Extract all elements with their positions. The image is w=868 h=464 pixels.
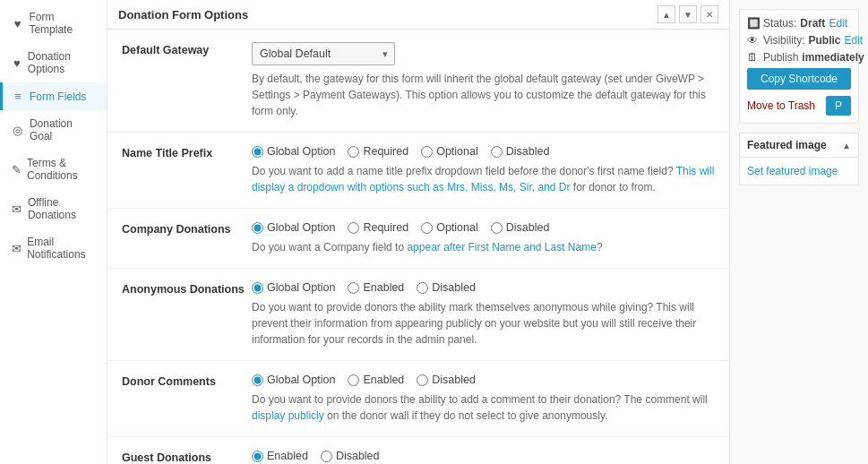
- radio-enabled-anon[interactable]: Enabled: [348, 281, 404, 294]
- right-sidebar: 🔲 Status: Draft Edit 👁 Visibility: Publi…: [729, 0, 868, 464]
- status-icon: 🔲: [747, 17, 760, 30]
- radio-enabled-guest[interactable]: Enabled: [252, 450, 308, 462]
- radio-input-global-name[interactable]: [252, 146, 263, 158]
- radio-input-disabled-comments[interactable]: [417, 374, 428, 386]
- radio-input-enabled-guest[interactable]: [252, 451, 263, 462]
- trash-row: Move to Trash P: [747, 90, 851, 116]
- field-row-anonymous-donations: Anonymous Donations Global Option Enable…: [107, 269, 729, 361]
- email-icon: ✉: [12, 242, 21, 255]
- main-content: Donation Form Options ▲ ▼ ✕ Default Gate…: [107, 0, 729, 464]
- form-area: Default Gateway Global Default By defaul…: [107, 30, 729, 464]
- terms-icon: ✎: [12, 163, 21, 176]
- status-row: 🔲 Status: Draft Edit: [747, 17, 851, 30]
- status-label: Status:: [763, 17, 796, 30]
- radio-group-name-title-prefix: Global Option Required Optional Disabled: [252, 145, 715, 158]
- publish-meta-box: 🔲 Status: Draft Edit 👁 Visibility: Publi…: [739, 9, 859, 124]
- visibility-label: Visibility:: [763, 34, 804, 47]
- gateway-select[interactable]: Global Default: [252, 42, 395, 65]
- radio-disabled-comments[interactable]: Disabled: [417, 374, 476, 386]
- radio-input-optional-company[interactable]: [421, 222, 433, 234]
- field-label-guest-donations: Guest Donations: [122, 450, 252, 464]
- radio-input-required-company[interactable]: [348, 222, 359, 234]
- sidebar-item-label: Form Fields: [30, 90, 86, 103]
- visibility-row: 👁 Visibility: Public Edit: [747, 34, 851, 47]
- panel-close-button[interactable]: ✕: [700, 5, 718, 23]
- radio-disabled-name[interactable]: Disabled: [491, 145, 550, 158]
- app-layout: ♥ Form Template ♥ Donation Options ≡ For…: [0, 0, 868, 464]
- radio-disabled-company[interactable]: Disabled: [491, 221, 550, 234]
- featured-collapse-icon[interactable]: ▲: [842, 141, 851, 150]
- radio-global-option-name[interactable]: Global Option: [252, 145, 335, 158]
- sidebar-item-donation-goal[interactable]: ◎ Donation Goal: [0, 110, 107, 150]
- sidebar-item-label: Terms & Conditions: [27, 157, 98, 182]
- field-content-donor-comments: Global Option Enabled Disabled Do you wa…: [252, 374, 715, 424]
- publish-icon: 🗓: [747, 51, 760, 64]
- radio-required-name[interactable]: Required: [348, 145, 408, 158]
- field-desc-anonymous-donations: Do you want to provide donors the abilit…: [252, 299, 715, 348]
- radio-input-optional-name[interactable]: [421, 146, 433, 158]
- radio-input-global-anon[interactable]: [252, 282, 263, 294]
- panel-collapse-down-button[interactable]: ▼: [679, 5, 697, 23]
- field-row-name-title-prefix: Name Title Prefix Global Option Required…: [107, 133, 729, 209]
- sidebar-item-label: Donation Options: [28, 50, 98, 75]
- radio-input-global-company[interactable]: [252, 222, 263, 234]
- field-label-name-title-prefix: Name Title Prefix: [122, 145, 252, 159]
- radio-group-anonymous-donations: Global Option Enabled Disabled: [252, 281, 715, 294]
- status-edit-link[interactable]: Edit: [829, 17, 847, 30]
- radio-disabled-anon[interactable]: Disabled: [417, 281, 476, 294]
- sidebar-item-label: Form Template: [29, 11, 98, 36]
- radio-input-global-comments[interactable]: [252, 374, 263, 386]
- move-to-trash-link[interactable]: Move to Trash: [747, 99, 815, 112]
- publish-button[interactable]: P: [826, 96, 851, 116]
- visibility-value: Public: [808, 34, 840, 47]
- radio-optional-company[interactable]: Optional: [421, 221, 478, 234]
- sidebar-item-offline-donations[interactable]: ✉ Offline Donations: [0, 189, 107, 228]
- radio-enabled-comments[interactable]: Enabled: [348, 374, 404, 386]
- field-row-company-donations: Company Donations Global Option Required…: [107, 209, 729, 269]
- field-label-anonymous-donations: Anonymous Donations: [122, 281, 252, 296]
- radio-input-disabled-guest[interactable]: [321, 451, 332, 462]
- radio-optional-name[interactable]: Optional: [421, 145, 478, 158]
- field-desc-default-gateway: By default, the gateway for this form wi…: [252, 71, 715, 119]
- radio-input-disabled-company[interactable]: [491, 222, 503, 234]
- field-desc-name-title-prefix: Do you want to add a name title prefix d…: [252, 163, 715, 195]
- field-content-anonymous-donations: Global Option Enabled Disabled Do you wa…: [252, 281, 715, 348]
- panel-collapse-up-button[interactable]: ▲: [657, 5, 675, 23]
- radio-disabled-guest[interactable]: Disabled: [321, 450, 380, 462]
- radio-global-option-company[interactable]: Global Option: [252, 221, 335, 234]
- status-value: Draft: [800, 17, 825, 30]
- panel-title: Donation Form Options: [118, 8, 248, 21]
- radio-required-company[interactable]: Required: [348, 221, 408, 234]
- copy-shortcode-button[interactable]: Copy Shortcode: [747, 68, 851, 90]
- sidebar-item-email-notifications[interactable]: ✉ Email Notifications: [0, 228, 107, 268]
- sidebar-item-form-fields[interactable]: ≡ Form Fields: [0, 82, 107, 110]
- form-fields-icon: ≡: [12, 90, 24, 103]
- radio-input-disabled-name[interactable]: [491, 146, 503, 158]
- sidebar-item-label: Email Notifications: [27, 236, 98, 261]
- visibility-edit-link[interactable]: Edit: [844, 34, 863, 47]
- radio-global-option-anon[interactable]: Global Option: [252, 281, 335, 294]
- field-desc-donor-comments: Do you want to provide donors the abilit…: [252, 391, 715, 424]
- panel-controls: ▲ ▼ ✕: [657, 5, 718, 23]
- radio-group-guest-donations: Enabled Disabled: [252, 450, 715, 462]
- radio-input-required-name[interactable]: [348, 146, 359, 158]
- field-label-donor-comments: Donor Comments: [122, 374, 252, 388]
- radio-input-disabled-anon[interactable]: [417, 282, 428, 294]
- radio-global-option-comments[interactable]: Global Option: [252, 374, 335, 386]
- field-content-name-title-prefix: Global Option Required Optional Disabled…: [252, 145, 715, 195]
- field-row-donor-comments: Donor Comments Global Option Enabled Dis…: [107, 361, 729, 437]
- publish-label: Publish: [763, 51, 798, 64]
- publish-meta-body: 🔲 Status: Draft Edit 👁 Visibility: Publi…: [740, 10, 858, 123]
- field-row-default-gateway: Default Gateway Global Default By defaul…: [107, 30, 729, 133]
- field-content-guest-donations: Enabled Disabled Do you want to allow no…: [252, 450, 715, 464]
- panel-header: Donation Form Options ▲ ▼ ✕: [107, 0, 729, 30]
- field-label-default-gateway: Default Gateway: [122, 42, 252, 56]
- sidebar: ♥ Form Template ♥ Donation Options ≡ For…: [0, 0, 107, 464]
- sidebar-item-form-template[interactable]: ♥ Form Template: [0, 4, 107, 43]
- sidebar-item-terms-conditions[interactable]: ✎ Terms & Conditions: [0, 150, 107, 189]
- radio-input-enabled-anon[interactable]: [348, 282, 359, 294]
- sidebar-item-donation-options[interactable]: ♥ Donation Options: [0, 43, 107, 82]
- set-featured-image-link[interactable]: Set featured image: [747, 165, 838, 177]
- publish-row: 🗓 Publish immediately Edit: [747, 51, 851, 64]
- radio-input-enabled-comments[interactable]: [348, 374, 359, 386]
